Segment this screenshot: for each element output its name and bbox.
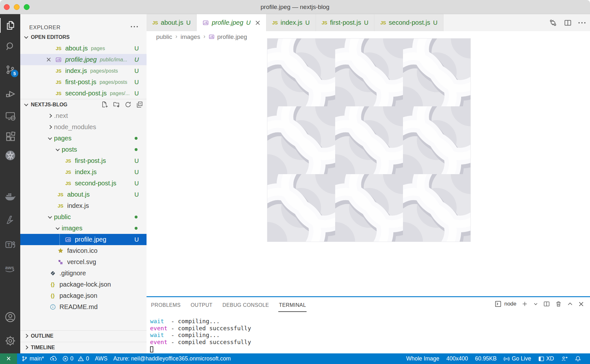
open-editor-profile[interactable]: profile.jpeg public/ima... U xyxy=(20,54,147,65)
profile-image-preview[interactable] xyxy=(267,39,470,242)
tree-item-posts-index[interactable]: JS index.js U xyxy=(20,166,147,178)
close-editor-icon[interactable] xyxy=(43,57,54,62)
image-size-status: 60.95KB xyxy=(475,355,496,362)
open-changes-icon[interactable] xyxy=(549,19,557,27)
status-bar: main* 0 0 AWS Azure: neil@haddleyoffice3… xyxy=(0,353,590,364)
aws-status[interactable]: AWS xyxy=(95,355,107,362)
project-section-header[interactable]: NEXTJS-BLOG xyxy=(20,99,147,110)
tree-item-first-post[interactable]: JS first-post.js U xyxy=(20,155,147,166)
source-control-icon[interactable]: 5 xyxy=(0,62,20,78)
tree-item-package-json[interactable]: {} package.json xyxy=(20,290,147,301)
outline-section-header[interactable]: OUTLINE xyxy=(20,330,147,342)
tree-item-favicon[interactable]: favicon.ico xyxy=(20,245,147,256)
refresh-icon[interactable] xyxy=(124,100,132,109)
woven-pattern-image xyxy=(267,39,470,242)
feedback-icon[interactable] xyxy=(561,356,568,362)
run-debug-icon[interactable] xyxy=(0,85,20,102)
image-dimensions-status: 400x400 xyxy=(446,355,468,362)
tab-profile-jpeg[interactable]: profile.jpeg U xyxy=(197,14,266,31)
aws-icon[interactable]: aws xyxy=(0,261,20,277)
maximize-panel-icon[interactable] xyxy=(567,301,573,307)
close-tab-icon[interactable] xyxy=(255,20,260,25)
xd-button[interactable]: XD xyxy=(538,355,554,362)
tab-about-js[interactable]: JS about.js U xyxy=(147,14,197,31)
breadcrumb-file[interactable]: profile.jpeg xyxy=(217,33,247,40)
accounts-icon[interactable] xyxy=(0,309,20,325)
tree-item-about[interactable]: JS about.js U xyxy=(20,189,147,200)
split-terminal-icon[interactable] xyxy=(543,300,550,307)
tree-item-node-modules[interactable]: node_modules xyxy=(20,121,147,133)
image-file-icon xyxy=(64,236,72,243)
tab-output[interactable]: OUTPUT xyxy=(190,300,213,312)
search-icon[interactable] xyxy=(0,38,20,54)
teams-icon[interactable]: T xyxy=(0,237,20,253)
tree-item-package-lock[interactable]: {} package-lock.json xyxy=(20,279,147,290)
tree-item-second-post[interactable]: JS second-post.js U xyxy=(20,178,147,189)
new-file-icon[interactable] xyxy=(101,100,109,109)
sync-icon[interactable] xyxy=(50,355,57,362)
terminal-dropdown-icon[interactable] xyxy=(533,301,538,306)
terminal-shell-picker[interactable]: node xyxy=(495,300,516,307)
breadcrumb-images[interactable]: images xyxy=(181,33,200,40)
untracked-badge: U xyxy=(186,19,191,26)
remote-explorer-icon[interactable] xyxy=(0,108,20,124)
open-editor-first-post[interactable]: JS first-post.js pages/posts U xyxy=(20,76,147,88)
vscode-window: profile.jpeg — nextjs-blog 5 xyxy=(0,0,590,364)
collapse-folders-icon[interactable] xyxy=(135,100,144,109)
open-editor-second-post[interactable]: JS second-post.js pages/... U xyxy=(20,88,147,99)
image-zoom-status[interactable]: Whole Image xyxy=(406,355,439,362)
open-editor-about[interactable]: JS about.js pages U xyxy=(20,43,147,54)
split-editor-icon[interactable] xyxy=(564,19,572,27)
image-file-icon xyxy=(202,20,209,26)
bottom-panel: PROBLEMS OUTPUT DEBUG CONSOLE TERMINAL n… xyxy=(147,296,590,353)
js-file-icon: JS xyxy=(65,158,71,164)
untracked-badge: U xyxy=(364,19,369,26)
terminal-output[interactable]: wait - compiling...event - compiled succ… xyxy=(150,318,587,353)
tree-item-next[interactable]: .next xyxy=(20,110,147,121)
docker-icon[interactable] xyxy=(0,188,20,204)
settings-gear-icon[interactable] xyxy=(0,333,20,349)
new-terminal-icon[interactable] xyxy=(521,300,528,307)
tree-item-readme[interactable]: README.md xyxy=(20,301,147,313)
open-editors-header[interactable]: OPEN EDITORS xyxy=(20,31,147,43)
tree-item-public[interactable]: public xyxy=(20,211,147,223)
azure-icon[interactable] xyxy=(0,212,20,228)
tab-first-post-js[interactable]: JS first-post.js U xyxy=(316,14,375,31)
tree-item-pages[interactable]: pages xyxy=(20,133,147,144)
git-branch-status[interactable]: main* xyxy=(22,355,44,362)
timeline-section-header[interactable]: TIMELINE xyxy=(20,342,147,353)
kill-terminal-icon[interactable] xyxy=(555,300,562,307)
tab-index-js[interactable]: JS index.js U xyxy=(266,14,316,31)
terminal-icon xyxy=(495,300,502,307)
close-panel-icon[interactable] xyxy=(578,301,584,307)
extensions-icon[interactable] xyxy=(0,128,20,144)
modified-dot-badge xyxy=(135,216,138,218)
tab-second-post-js[interactable]: JS second-post.js U xyxy=(374,14,443,31)
image-file-icon xyxy=(209,34,215,40)
kubernetes-icon[interactable] xyxy=(0,147,20,164)
modified-dot-badge xyxy=(135,137,138,140)
tree-item-posts[interactable]: posts xyxy=(20,144,147,155)
go-live-button[interactable]: Go Live xyxy=(504,355,531,362)
tab-debug-console[interactable]: DEBUG CONSOLE xyxy=(222,300,270,312)
open-editor-index[interactable]: JS index.js pages/posts U xyxy=(20,65,147,76)
xd-window-icon xyxy=(538,356,544,362)
azure-account-status[interactable]: Azure: neil@haddleyoffice365.onmicrosoft… xyxy=(113,355,231,362)
remote-indicator[interactable] xyxy=(0,353,17,364)
tree-item-profile-jpeg[interactable]: profile.jpeg U xyxy=(20,234,147,245)
tab-problems[interactable]: PROBLEMS xyxy=(150,300,181,312)
tab-terminal[interactable]: TERMINAL xyxy=(278,300,307,312)
explorer-more-actions-icon[interactable] xyxy=(130,24,139,29)
explorer-icon[interactable] xyxy=(0,17,20,33)
editor-more-actions-icon[interactable] xyxy=(578,21,586,25)
tree-item-gitignore[interactable]: .gitignore xyxy=(20,268,147,279)
tree-item-images[interactable]: images xyxy=(20,223,147,234)
breadcrumb-public[interactable]: public xyxy=(156,33,172,40)
tree-item-vercel-svg[interactable]: vercel.svg xyxy=(20,256,147,268)
problems-status[interactable]: 0 0 xyxy=(62,355,89,362)
title-bar: profile.jpeg — nextjs-blog xyxy=(0,0,590,14)
notifications-bell-icon[interactable] xyxy=(575,356,581,362)
window-title: profile.jpeg — nextjs-blog xyxy=(0,0,590,14)
tree-item-pages-index[interactable]: JS index.js xyxy=(20,200,147,211)
new-folder-icon[interactable] xyxy=(112,100,121,109)
